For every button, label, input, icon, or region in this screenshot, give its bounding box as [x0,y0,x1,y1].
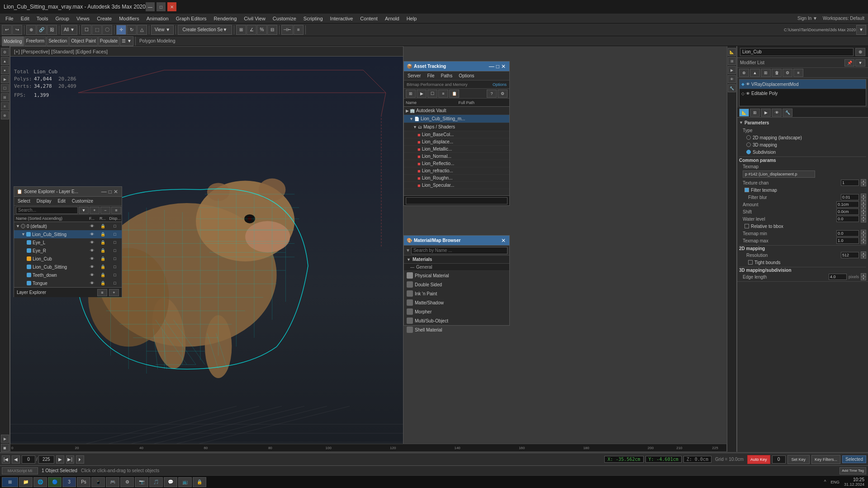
prop-tab-display[interactable]: 👁 [772,109,782,117]
sidebar-icon-3[interactable]: ● [1,66,9,74]
mod-icon-6[interactable]: ≡ [793,69,803,77]
asset-displace-row[interactable]: ■ Lion_displace... [404,138,509,146]
resolution-up[interactable]: ▲ [861,251,866,255]
texture-chan-up[interactable]: ▲ [861,179,866,183]
parameters-header[interactable]: ▼ Parameters [739,118,866,127]
create-selection-btn[interactable]: Create Selection Se ▼ [178,25,232,35]
mod-icon-5[interactable]: ⚙ [783,69,792,77]
taskbar-app2[interactable]: 🎮 [106,477,119,487]
subdivision-row[interactable]: Subdivision [743,148,866,156]
asset-tb-5[interactable]: 📋 [449,90,459,98]
mapping-2d-row[interactable]: 2D mapping (landscape) [743,134,866,141]
filter-blur-input[interactable] [841,194,859,200]
tree-item-tongue[interactable]: Tongue 👁 🔒 □ [14,279,122,287]
asset-vault-row[interactable]: ▶ 🏢 Autodesk Vault [404,107,509,115]
scene-footer-btn1[interactable]: ≡ [97,289,107,296]
align-btn[interactable]: ≡ [294,25,304,35]
texmap-min-dn[interactable]: ▼ [861,233,866,237]
asset-tracking-maximize[interactable]: □ [495,62,500,71]
asset-menu-server[interactable]: Server [406,73,422,78]
sidebar-icon-2[interactable]: ▲ [1,57,9,65]
objectpaint-tab[interactable]: Object Paint [69,36,97,46]
texture-chan-dn[interactable]: ▼ [861,183,866,186]
move-btn[interactable]: ✛ [116,25,126,35]
object-name-btn[interactable]: ⊕ [855,48,865,56]
mod-icon-1[interactable]: ⊕ [739,69,749,77]
populate-tab[interactable]: Populate [98,36,119,46]
taskbar-explorer[interactable]: 📁 [19,477,33,487]
menu-rendering[interactable]: Rendering [210,15,241,22]
sidebar-icon-bottom2[interactable]: ◼ [1,444,9,452]
prop-icon-1[interactable]: 📐 [728,48,736,56]
modifier-editable-poly[interactable]: ◇ 👁 Editable Poly [740,89,866,98]
menu-tools[interactable]: Tools [33,15,52,22]
mod-icon-3[interactable]: ⊞ [761,69,771,77]
taskbar-3dsmax[interactable]: 3 [62,477,76,487]
mod-list-arrow[interactable]: ▼ [855,59,865,66]
edge-length-up[interactable]: ▲ [861,273,866,277]
shift-dn[interactable]: ▼ [861,212,866,215]
minimize-btn[interactable]: — [146,2,155,11]
asset-rough-row[interactable]: ■ Lion_Roughn... [404,175,509,182]
select-obj-btn[interactable]: ☐ [81,25,91,35]
scene-explorer-minimize[interactable]: — [100,188,108,196]
mat-double-sided[interactable]: Double Sided [404,280,509,289]
taskbar-app6[interactable]: 💬 [164,477,177,487]
nav-last-btn[interactable]: ▶| [66,455,74,464]
close-btn[interactable]: ✕ [167,2,176,11]
asset-menu-file[interactable]: File [425,73,436,78]
link-btn[interactable]: 🔗 [37,25,47,35]
redo-btn[interactable]: ↪ [12,25,22,35]
mod-icon-4[interactable]: 🗑 [772,69,782,77]
asset-menu-options[interactable]: Options [457,73,476,78]
asset-tb-1[interactable]: ⊞ [406,90,416,98]
prop-icon-2[interactable]: ⊞ [728,57,736,65]
menu-interactive[interactable]: Interactive [327,15,357,22]
scene-menu-select[interactable]: Select [16,199,32,204]
asset-tb-3[interactable]: ☐ [427,90,437,98]
prop-tab-motion[interactable]: ▶ [761,109,771,117]
current-frame-input[interactable] [22,455,35,464]
menu-arnold[interactable]: Arnold [381,15,403,22]
taskbar-app5[interactable]: 🎵 [149,477,163,487]
amount-input[interactable] [836,201,859,208]
start-btn[interactable]: ⊞ [2,477,18,487]
sidebar-icon-1[interactable]: ⚙ [1,48,9,56]
asset-metallic-row[interactable]: ■ Lion_Metallic... [404,146,509,153]
scene-filter-btn[interactable]: ▼ [79,207,89,214]
menu-graph-editors[interactable]: Graph Editors [172,15,210,22]
mod-icon-2[interactable]: ▲ [750,69,760,77]
scene-search-input[interactable] [16,207,78,214]
asset-normal-row[interactable]: ■ Lion_Normal... [404,153,509,160]
scene-add-btn[interactable]: + [90,207,100,214]
amount-dn[interactable]: ▼ [861,204,866,208]
scene-menu-display[interactable]: Display [35,199,53,204]
tree-item-eye-r[interactable]: Eye_R 👁 🔒 □ [14,246,122,255]
object-name-input[interactable] [740,48,854,56]
taskbar-chrome[interactable]: 🔵 [48,477,62,487]
key-frame-input[interactable] [772,455,786,464]
prop-icon-5[interactable]: 🔧 [728,84,736,92]
freeform-tab[interactable]: Freeform [24,36,47,46]
menu-civil-view[interactable]: Civil View [240,15,269,22]
prop-tab-hierarchy[interactable]: ⊞ [750,109,760,117]
scene-explorer-close[interactable]: ✕ [113,188,119,196]
texmap-max-input[interactable] [836,237,859,244]
prop-icon-3[interactable]: ▶ [728,66,736,74]
mod-list-pin[interactable]: 📌 [844,59,854,66]
asset-maps-row[interactable]: ▼ 🗂 Maps / Shaders [404,123,509,131]
taskbar-photoshop[interactable]: Ps [77,477,90,487]
prop-tab-utilities[interactable]: 🔧 [783,109,792,117]
add-time-tag-btn[interactable]: Add Time Tag [840,467,866,474]
mat-multi-sub[interactable]: Multi/Sub-Object [404,316,509,325]
menu-file[interactable]: File [2,15,17,22]
edge-length-dn[interactable]: ▼ [861,277,866,280]
taskbar-app4[interactable]: 📷 [135,477,148,487]
tree-item-default[interactable]: ▼ 0 (default) 👁 🔒 □ [14,222,122,230]
menu-edit[interactable]: Edit [17,15,33,22]
tree-item-teeth-down[interactable]: Teeth_down 👁 🔒 □ [14,271,122,279]
tree-item-lion-cub-sitting[interactable]: Lion_Cub_Sitting 👁 🔒 □ [14,263,122,271]
mat-morpher[interactable]: Morpher [404,307,509,316]
mat-search-input[interactable] [411,247,508,254]
scene-menu-edit[interactable]: Edit [56,199,67,204]
